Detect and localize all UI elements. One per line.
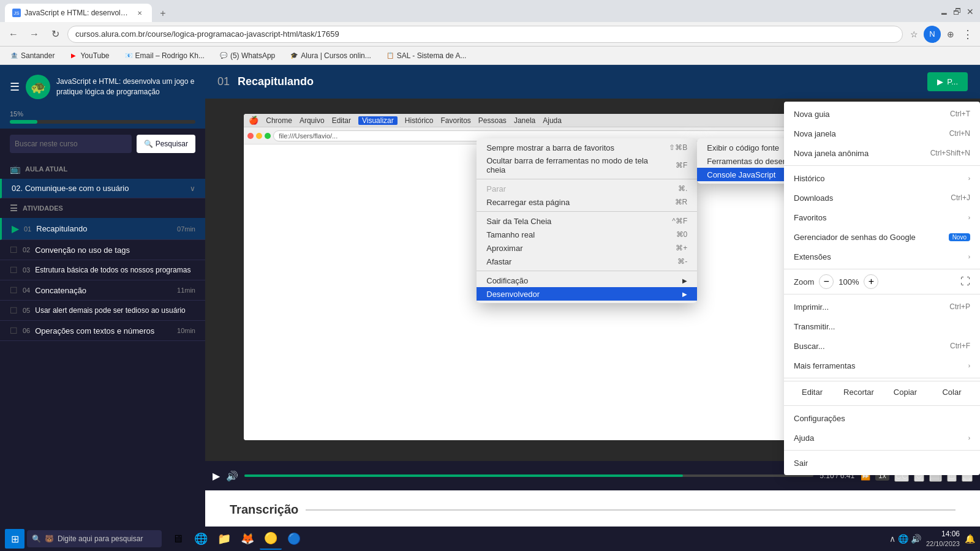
menu-sempre-mostrar[interactable]: Sempre mostrar a barra de favoritos ⇧⌘B bbox=[477, 141, 697, 154]
network-icon[interactable]: 🌐 bbox=[898, 534, 908, 544]
lesson-06[interactable]: ☐ 06 Operações com textos e números 10mi… bbox=[0, 321, 205, 341]
bookmark-email[interactable]: 📧 Email – Rodrigo Kh... bbox=[119, 49, 209, 62]
extension-button[interactable]: ⊕ bbox=[943, 27, 958, 42]
right-menu-transmitir[interactable]: Transmitir... bbox=[784, 317, 980, 336]
next-button[interactable]: ▶ P... bbox=[927, 72, 968, 91]
search-button[interactable]: 🔍 Pesquisar bbox=[137, 135, 195, 153]
close-button[interactable]: ✕ bbox=[967, 7, 975, 15]
lesson-02[interactable]: ☐ 02 Convenção no uso de tags bbox=[0, 240, 205, 260]
right-menu-buscar[interactable]: Buscar... Ctrl+F bbox=[784, 336, 980, 356]
address-text: cursos.alura.com.br/course/logica-progra… bbox=[75, 29, 339, 39]
menu-codificacao[interactable]: Codificação ▶ bbox=[477, 274, 697, 287]
taskbar-windows-icon[interactable]: 🖥 bbox=[167, 528, 189, 550]
bookmark-label: Alura | Cursos onlin... bbox=[301, 51, 371, 60]
menu-ocultar-barra[interactable]: Ocultar barra de ferramentas no modo de … bbox=[477, 154, 697, 176]
menu-tamanho-real[interactable]: Tamanho real ⌘0 bbox=[477, 228, 697, 241]
right-menu-extensoes[interactable]: Extensões › bbox=[784, 247, 980, 266]
bookmark-label: (5) WhatsApp bbox=[230, 51, 275, 60]
back-button[interactable]: ← bbox=[5, 26, 22, 43]
taskbar-firefox-icon[interactable]: 🦊 bbox=[236, 528, 258, 550]
copiar-button[interactable]: Copiar bbox=[882, 384, 929, 400]
profile-button[interactable]: N bbox=[924, 26, 941, 43]
right-menu-downloads[interactable]: Downloads Ctrl+J bbox=[784, 188, 980, 208]
bookmark-santander[interactable]: 🏦 Santander bbox=[5, 49, 59, 62]
right-menu-configuracoes[interactable]: Configurações bbox=[784, 408, 980, 428]
menu-aproximar[interactable]: Aproximar ⌘+ bbox=[477, 241, 697, 255]
search-input[interactable] bbox=[10, 135, 132, 153]
arrow-icon: › bbox=[968, 253, 970, 260]
lesson-05[interactable]: ☐ 05 Usar alert demais pode ser tedioso … bbox=[0, 301, 205, 321]
right-menu-imprimir[interactable]: Imprimir... Ctrl+P bbox=[784, 297, 980, 317]
lesson-03-header: ☐ 03 Estrutura básica de todos os nossos… bbox=[10, 265, 195, 275]
forward-button[interactable]: → bbox=[26, 26, 43, 43]
progress-track[interactable] bbox=[244, 474, 813, 477]
notification-icon[interactable]: 🔔 bbox=[965, 534, 975, 544]
menu-desenvolvedor[interactable]: Desenvolvedor ▶ bbox=[477, 287, 697, 301]
right-menu-senhas[interactable]: Gerenciador de senhas do Google Novo bbox=[784, 227, 980, 247]
address-bar[interactable]: cursos.alura.com.br/course/logica-progra… bbox=[67, 26, 903, 43]
volume-icon[interactable]: 🔊 bbox=[911, 534, 921, 544]
bookmark-youtube[interactable]: ▶ YouTube bbox=[64, 49, 114, 62]
activities-header: ☰ ATIVIDADES bbox=[0, 198, 205, 218]
right-menu-nova-guia[interactable]: Nova guia Ctrl+T bbox=[784, 104, 980, 124]
menu-sep-1 bbox=[477, 179, 697, 179]
zoom-plus-button[interactable]: + bbox=[864, 274, 878, 289]
colar-button[interactable]: Colar bbox=[929, 384, 975, 400]
bookmark-whatsapp[interactable]: 💬 (5) WhatsApp bbox=[214, 49, 280, 62]
zoom-expand-button[interactable]: ⛶ bbox=[960, 276, 970, 287]
right-menu-sair[interactable]: Sair bbox=[784, 453, 980, 473]
lesson-01[interactable]: ▶ 01 Recapitulando 07min bbox=[0, 218, 205, 240]
checkbox-icon: ☐ bbox=[10, 305, 18, 315]
zoom-label: Zoom bbox=[794, 277, 814, 287]
taskbar-chrome-icon[interactable]: 🟡 bbox=[260, 528, 282, 550]
chrome-right-menu: Nova guia Ctrl+T Nova janela Ctrl+N Nova… bbox=[784, 102, 980, 475]
taskbar-edge-icon[interactable]: 🌐 bbox=[190, 528, 212, 550]
right-menu-nova-anonima[interactable]: Nova janela anônima Ctrl+Shift+N bbox=[784, 143, 980, 163]
taskbar-search[interactable]: 🔍 🐻 Digite aqui para pesquisar bbox=[27, 530, 162, 547]
minimize-button[interactable]: 🗕 bbox=[940, 7, 948, 15]
current-module[interactable]: 02. Comunique-se com o usuário ∨ bbox=[0, 179, 205, 198]
browser-content: ☰ 🐢 JavaScript e HTML: desenvolva um jog… bbox=[0, 65, 980, 551]
arrow-icon: › bbox=[968, 175, 970, 182]
tab-close-button[interactable]: ✕ bbox=[135, 8, 145, 18]
menu-janela: Janela bbox=[514, 116, 535, 125]
right-menu-favoritos[interactable]: Favoritos › bbox=[784, 208, 980, 227]
right-menu-historico[interactable]: Histórico › bbox=[784, 168, 980, 188]
right-menu-nova-janela[interactable]: Nova janela Ctrl+N bbox=[784, 124, 980, 143]
right-menu-mais-ferramentas[interactable]: Mais ferramentas › bbox=[784, 356, 980, 375]
menu-sep-2 bbox=[477, 211, 697, 212]
new-tab-button[interactable]: + bbox=[154, 5, 172, 22]
bookmark-alura[interactable]: 🎓 Alura | Cursos onlin... bbox=[285, 49, 376, 62]
tab-bar: JS JavaScript e HTML: desenvolva u... ✕ … bbox=[5, 0, 172, 22]
reload-button[interactable]: ↻ bbox=[47, 26, 64, 43]
sidebar-menu-icon[interactable]: ☰ bbox=[10, 80, 20, 94]
maximize-dot bbox=[265, 133, 271, 139]
minimize-dot bbox=[256, 133, 262, 139]
edit-button[interactable]: Editar bbox=[789, 384, 835, 400]
menu-sair-tela[interactable]: Sair da Tela Cheia ^⌘F bbox=[477, 214, 697, 228]
taskbar-folder-icon[interactable]: 📁 bbox=[213, 528, 235, 550]
progress-bar-fill bbox=[10, 120, 37, 124]
taskbar-app-icon[interactable]: 🔵 bbox=[283, 528, 305, 550]
youtube-icon: ▶ bbox=[69, 51, 78, 60]
volume-button[interactable]: 🔊 bbox=[226, 470, 238, 482]
menu-recarregar[interactable]: Recarregar esta página ⌘R bbox=[477, 195, 697, 209]
bookmark-button[interactable]: ☆ bbox=[907, 27, 921, 42]
chevron-up-icon[interactable]: ∧ bbox=[889, 534, 895, 544]
zoom-minus-button[interactable]: − bbox=[819, 274, 834, 289]
menu-button[interactable]: ⋮ bbox=[960, 27, 975, 42]
menu-parar: Parar ⌘. bbox=[477, 182, 697, 195]
checkbox-icon: ☐ bbox=[10, 245, 18, 255]
start-button[interactable]: ⊞ bbox=[5, 529, 24, 549]
lesson-04[interactable]: ☐ 04 Concatenação 11min bbox=[0, 280, 205, 301]
active-tab[interactable]: JS JavaScript e HTML: desenvolva u... ✕ bbox=[5, 4, 152, 22]
menu-afastar[interactable]: Afastar ⌘- bbox=[477, 255, 697, 268]
bookmark-sal[interactable]: 📋 SAL - Sistema de A... bbox=[381, 49, 472, 62]
progress-section: 15% bbox=[0, 105, 205, 129]
maximize-button[interactable]: 🗗 bbox=[953, 7, 962, 15]
play-button[interactable]: ▶ bbox=[213, 470, 220, 482]
right-menu-ajuda[interactable]: Ajuda › bbox=[784, 428, 980, 448]
arrow-icon: ▶ bbox=[682, 291, 687, 298]
recortar-button[interactable]: Recortar bbox=[835, 384, 882, 400]
lesson-03[interactable]: ☐ 03 Estrutura básica de todos os nossos… bbox=[0, 260, 205, 280]
